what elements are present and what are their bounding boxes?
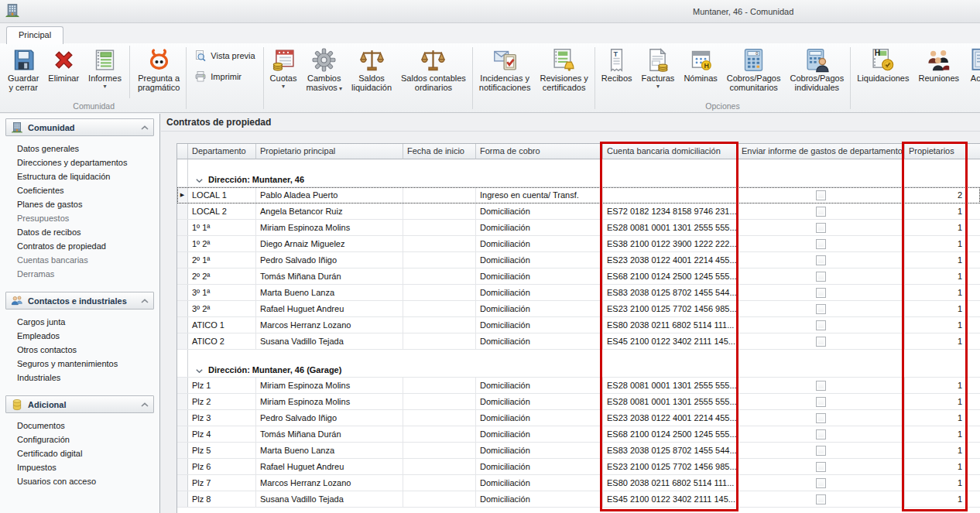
ribbon-button-incidencias-y-notificaciones[interactable]: Incidencias ynotificaciones [475,45,536,92]
ribbon-button-label: Guardary cerrar [8,74,39,92]
table-row[interactable]: 1º 1ªMiriam Espinoza MolinsDomiciliación… [177,220,980,236]
table-row[interactable]: 2º 1ªPedro Salvado IñigoDomiciliaciónES2… [177,252,980,268]
cell-enviar-informe [738,459,905,474]
table-row[interactable]: 3º 2ªRafael Huguet AndreuDomiciliaciónES… [177,301,980,317]
column-header-propietario-principal[interactable]: Propietario principal [256,144,403,159]
sidebar-item-otros-contactos[interactable]: Otros contactos [0,343,159,357]
ribbon-button-vista-previa[interactable]: Vista previa [194,50,255,62]
group-row-direcci-n-muntaner-46-garage[interactable]: Dirección: Muntaner, 46 (Garage) [177,363,980,378]
sidebar-item-derramas[interactable]: Derramas [0,267,159,281]
sidebar-item-certificado-digital[interactable]: Certificado digital [0,446,159,460]
chevron-up-icon[interactable] [141,299,149,303]
ribbon-button-recibos[interactable]: TRecibos [597,45,637,83]
ribbon-button-facturas[interactable]: Facturas▾ [637,45,680,90]
checkbox-enviar-informe[interactable] [816,190,826,200]
table-row[interactable]: LOCAL 2Angela Betancor RuizDomiciliación… [177,203,980,220]
sidebar-item-estructura-de-liquidaci-n[interactable]: Estructura de liquidación [0,169,159,183]
sidebar-item-empleados[interactable]: Empleados [0,329,159,343]
column-header-departamento[interactable]: Departamento [188,144,256,159]
column-header-propietarios[interactable]: Propietarios [905,144,967,159]
checkbox-enviar-informe[interactable] [816,381,826,391]
table-row[interactable]: Plz 8Susana Vadillo TejadaDomiciliaciónE… [177,491,980,508]
column-header-enviar-informe-de-gastos-de-departamento[interactable]: Enviar informe de gastos de departamento [738,144,905,159]
checkbox-enviar-informe[interactable] [816,429,826,439]
ribbon-button-informes[interactable]: Informes▾ [84,45,126,90]
ribbon-button-pregunta-a-pragm-tico[interactable]: Pregunta apragmático [133,45,184,92]
sidebar-item-seguros-y-mantenimientos[interactable]: Seguros y mantenimientos [0,357,159,371]
checkbox-enviar-informe[interactable] [816,223,826,233]
sidebar-section-comunidad[interactable]: Comunidad [5,118,154,136]
sidebar-item-cuentas-bancarias[interactable]: Cuentas bancarias [0,253,159,267]
ribbon-button-eliminar[interactable]: Eliminar [43,45,84,83]
checkbox-enviar-informe[interactable] [816,337,826,347]
checkbox-enviar-informe[interactable] [816,288,826,298]
checkbox-enviar-informe[interactable] [816,207,826,217]
sidebar-item-planes-de-gastos[interactable]: Planes de gastos [0,197,159,211]
checkbox-enviar-informe[interactable] [816,397,826,407]
sidebar-item-coeficientes[interactable]: Coeficientes [0,183,159,197]
checkbox-enviar-informe[interactable] [816,272,826,282]
column-header-cuenta-bancaria-domiciliaci-n[interactable]: Cuenta bancaria domiciliación [603,144,738,159]
table-row[interactable]: 2º 2ªTomás Miñana DuránDomiciliaciónES68… [177,268,980,285]
sidebar-item-presupuestos[interactable]: Presupuestos [0,211,159,225]
cell-propietario-principal: Miriam Espinoza Molins [256,220,403,235]
table-row[interactable]: Plz 2Miriam Espinoza MolinsDomiciliación… [177,394,980,410]
table-row[interactable]: Plz 3Pedro Salvado IñigoDomiciliaciónES2… [177,410,980,426]
sidebar-item-usuarios-con-acceso[interactable]: Usuarios con acceso [0,474,159,488]
ribbon-button-n-minas[interactable]: HNóminas [679,45,721,83]
sidebar-item-cargos-junta[interactable]: Cargos junta [0,315,159,329]
group-row-direcci-n-muntaner-46[interactable]: Dirección: Muntaner, 46 [177,173,980,187]
ribbon-button-guardar-y-cerrar[interactable]: Guardary cerrar [3,45,43,92]
column-header-forma-de-cobro[interactable]: Forma de cobro [476,144,603,159]
checkbox-enviar-informe[interactable] [816,320,826,330]
checkbox-enviar-informe[interactable] [816,413,826,423]
chevron-up-icon[interactable] [141,402,149,407]
sidebar-section-adicional[interactable]: Adicional [5,395,154,413]
ribbon-button-actas[interactable]: Actas [964,45,980,83]
ribbon-button-liquidaciones[interactable]: HLiquidaciones [852,45,913,83]
sidebar-item-direcciones-y-departamentos[interactable]: Direcciones y departamentos [0,156,159,169]
chevron-up-icon[interactable] [141,125,149,130]
checkbox-enviar-informe[interactable] [816,462,826,472]
ribbon-button-cobros-pagos-comunitarios[interactable]: 0Cobros/Pagoscomunitarios [722,45,786,92]
checkbox-enviar-informe[interactable] [816,304,826,314]
table-row[interactable]: 1º 2ªDiego Arnaiz MiguelezDomiciliaciónE… [177,236,980,252]
table-row[interactable]: Plz 7Marcos Herranz LozanoDomiciliaciónE… [177,475,980,491]
sidebar-section-contactos-e-industriales[interactable]: Contactos e industriales [5,292,154,310]
cell-propietarios: 1 [905,268,967,284]
ribbon-button-reuniones[interactable]: Reuniones [914,45,965,83]
column-header-fecha-de-inicio[interactable]: Fecha de inicio [403,144,476,159]
checkbox-enviar-informe[interactable] [816,239,826,249]
ribbon-button-imprimir[interactable]: Imprimir [194,70,242,83]
sidebar-item-configuraci-n[interactable]: Configuración [0,433,159,446]
checkbox-enviar-informe[interactable] [816,446,826,456]
checkbox-enviar-informe[interactable] [816,478,826,488]
ribbon-button-saldos-liquidaci-n[interactable]: Saldosliquidación [347,45,396,92]
ribbon-button-cambios-masivos[interactable]: Cambiosmasivos ▾ [301,45,347,92]
sidebar-item-industriales[interactable]: Industriales [0,371,159,385]
table-row[interactable]: 3º 1ªMarta Bueno LanzaDomiciliaciónES83 … [177,285,980,301]
cell-fecha-de-inicio [403,491,476,507]
ribbon-button-cuotas[interactable]: Cuotas▾ [266,45,302,90]
ribbon-button-label: Saldosliquidación [351,74,392,92]
table-row[interactable]: Plz 5Marta Bueno LanzaDomiciliaciónES83 … [177,443,980,459]
sidebar-item-contratos-de-propiedad[interactable]: Contratos de propiedad [0,239,159,253]
tab-principal[interactable]: Principal [6,26,63,44]
chevron-down-icon[interactable] [196,365,203,374]
sidebar-item-impuestos[interactable]: Impuestos [0,460,159,474]
sidebar-item-documentos[interactable]: Documentos [0,419,159,433]
table-row[interactable]: Plz 1Miriam Espinoza MolinsDomiciliación… [177,378,980,394]
table-row[interactable]: ATICO 1Marcos Herranz LozanoDomiciliació… [177,317,980,333]
table-row[interactable]: ATICO 2Susana Vadillo TejadaDomiciliació… [177,333,980,350]
table-row[interactable]: Plz 6Rafael Huguet AndreuDomiciliaciónES… [177,459,980,475]
checkbox-enviar-informe[interactable] [816,494,826,504]
sidebar-item-datos-de-recibos[interactable]: Datos de recibos [0,225,159,239]
table-row[interactable]: ▶LOCAL 1Pablo Aladea PuertoIngreso en cu… [177,187,980,203]
ribbon-button-cobros-pagos-individuales[interactable]: Cobros/Pagosindividuales [786,45,849,92]
checkbox-enviar-informe[interactable] [816,255,826,265]
chevron-down-icon[interactable] [196,175,203,184]
ribbon-button-saldos-contables-ordinarios[interactable]: Saldos contablesordinarios [396,45,471,92]
sidebar-item-datos-generales[interactable]: Datos generales [0,142,159,156]
ribbon-button-revisiones-y-certificados[interactable]: Revisiones ycertificados [535,45,592,92]
table-row[interactable]: Plz 4Tomás Miñana DuránDomiciliaciónES68… [177,426,980,443]
